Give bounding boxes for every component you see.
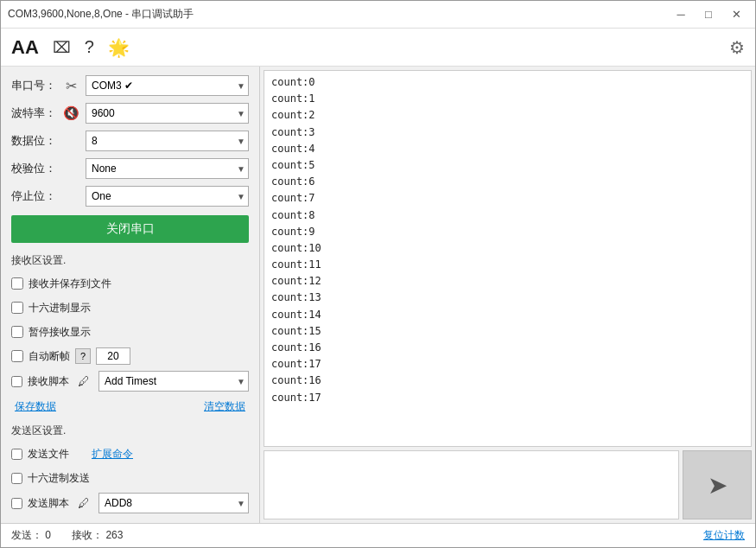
- reset-count-button[interactable]: 复位计数: [703, 528, 745, 543]
- send-file-label: 发送文件: [28, 447, 69, 462]
- left-panel: 串口号： ✂ COM3 ✔ ▼ 波特率： 🔇 9600 1200 2: [1, 67, 260, 523]
- send-button[interactable]: ➤: [683, 450, 752, 519]
- save-to-file-checkbox[interactable]: [11, 277, 23, 290]
- close-port-button[interactable]: 关闭串口: [11, 215, 249, 243]
- close-button[interactable]: ✕: [724, 6, 748, 23]
- pause-recv-row: 暂停接收显示: [11, 322, 249, 342]
- baud-select[interactable]: 9600 1200 2400 4800 19200 38400 57600 11…: [86, 103, 249, 124]
- auto-break-checkbox[interactable]: [11, 350, 23, 362]
- stopbits-select-wrapper: One Two OnePointFive ▼: [86, 186, 249, 207]
- port-select[interactable]: COM3 ✔: [86, 75, 249, 96]
- hex-send-label: 十六进制发送: [28, 471, 90, 486]
- stopbits-select[interactable]: One Two OnePointFive: [86, 186, 249, 207]
- send-script-row: 发送脚本 🖊 ADD8 None ▼: [11, 492, 249, 514]
- log-area[interactable]: count:0count:1count:2count:3count:4count…: [264, 70, 752, 447]
- crop-icon[interactable]: ⌧: [53, 38, 71, 57]
- send-arrow-icon: ➤: [708, 471, 727, 500]
- help-icon[interactable]: ?: [85, 37, 94, 57]
- main-window: COM3,9600,None,8,One - 串口调试助手 ─ □ ✕ AA ⌧…: [0, 0, 756, 548]
- save-to-file-label: 接收并保存到文件: [29, 277, 111, 291]
- send-file-checkbox[interactable]: [11, 449, 22, 460]
- maximize-button[interactable]: □: [696, 6, 721, 23]
- send-settings-title: 发送区设置.: [11, 424, 249, 438]
- titlebar-controls: ─ □ ✕: [669, 6, 748, 23]
- scissors-icon[interactable]: ✂: [61, 78, 80, 94]
- auto-break-input[interactable]: [96, 347, 130, 365]
- send-textarea[interactable]: [264, 450, 679, 519]
- smiley-icon[interactable]: 🌟: [108, 37, 130, 58]
- statusbar: 发送： 0 接收： 263 复位计数: [1, 523, 755, 547]
- recv-script-select[interactable]: Add Timest None: [98, 371, 249, 392]
- auto-break-help-button[interactable]: ?: [75, 348, 91, 364]
- recv-script-checkbox[interactable]: [11, 376, 22, 387]
- databits-label: 数据位：: [11, 133, 56, 149]
- stopbits-label: 停止位：: [11, 188, 56, 204]
- hex-send-checkbox[interactable]: [11, 473, 22, 484]
- baud-label: 波特率：: [11, 105, 56, 121]
- send-file-row: 发送文件 扩展命令: [11, 443, 249, 464]
- databits-row: 数据位： 8 5 6 7 ▼: [11, 129, 249, 153]
- recv-script-select-wrapper: Add Timest None ▼: [98, 371, 249, 392]
- send-script-label: 发送脚本: [28, 496, 69, 511]
- recv-count-value: 263: [105, 529, 123, 541]
- extend-cmd-button[interactable]: 扩展命令: [92, 447, 133, 462]
- auto-break-row: 自动断帧 ?: [11, 346, 249, 366]
- recv-count-label: 接收： 263: [72, 528, 123, 543]
- main-content: 串口号： ✂ COM3 ✔ ▼ 波特率： 🔇 9600 1200 2: [1, 67, 755, 523]
- save-to-file-row: 接收并保存到文件: [11, 273, 249, 294]
- databits-select[interactable]: 8 5 6 7: [86, 131, 249, 151]
- toolbar-left: AA ⌧ ? 🌟: [11, 36, 130, 59]
- baud-select-wrapper: 9600 1200 2400 4800 19200 38400 57600 11…: [86, 103, 249, 124]
- send-count-value: 0: [45, 529, 51, 541]
- parity-label: 校验位：: [11, 161, 56, 176]
- hex-display-label: 十六进制显示: [29, 301, 91, 315]
- titlebar: COM3,9600,None,8,One - 串口调试助手 ─ □ ✕: [1, 1, 755, 29]
- recv-script-icon: 🖊: [74, 374, 93, 388]
- parity-select-wrapper: None Odd Even Mark Space ▼: [86, 158, 249, 179]
- baud-row: 波特率： 🔇 9600 1200 2400 4800 19200 38400 5…: [11, 101, 249, 125]
- data-link-row: 保存数据 清空数据: [11, 396, 249, 417]
- send-script-select[interactable]: ADD8 None: [98, 493, 249, 513]
- send-script-icon: 🖊: [74, 496, 93, 510]
- minimize-button[interactable]: ─: [669, 6, 693, 23]
- hex-send-row: 十六进制发送: [11, 468, 249, 488]
- window-title: COM3,9600,None,8,One - 串口调试助手: [8, 7, 194, 22]
- stopbits-row: 停止位： One Two OnePointFive ▼: [11, 184, 249, 208]
- send-count-label: 发送： 0: [11, 528, 51, 543]
- hex-display-checkbox[interactable]: [11, 302, 23, 314]
- settings-icon[interactable]: ⚙: [729, 37, 745, 58]
- parity-select[interactable]: None Odd Even Mark Space: [86, 158, 249, 179]
- right-panel: count:0count:1count:2count:3count:4count…: [260, 67, 755, 523]
- port-label: 串口号：: [11, 78, 56, 93]
- recv-script-row: 接收脚本 🖊 Add Timest None ▼: [11, 370, 249, 392]
- auto-break-label: 自动断帧: [29, 349, 70, 364]
- hex-display-row: 十六进制显示: [11, 297, 249, 318]
- font-size-icon[interactable]: AA: [11, 36, 39, 59]
- send-script-select-wrapper: ADD8 None ▼: [98, 493, 249, 513]
- parity-row: 校验位： None Odd Even Mark Space ▼: [11, 156, 249, 181]
- send-script-checkbox[interactable]: [11, 498, 22, 509]
- recv-settings-title: 接收区设置.: [11, 253, 249, 268]
- clear-data-button[interactable]: 清空数据: [204, 399, 245, 414]
- statusbar-left: 发送： 0 接收： 263: [11, 528, 123, 543]
- pause-recv-label: 暂停接收显示: [29, 325, 91, 340]
- port-row: 串口号： ✂ COM3 ✔ ▼: [11, 73, 249, 98]
- save-data-button[interactable]: 保存数据: [15, 399, 56, 414]
- send-area: ➤: [264, 450, 752, 519]
- baud-icon: 🔇: [61, 105, 80, 121]
- recv-script-label: 接收脚本: [28, 374, 69, 389]
- databits-select-wrapper: 8 5 6 7 ▼: [86, 131, 249, 151]
- toolbar: AA ⌧ ? 🌟 ⚙: [1, 29, 755, 67]
- port-select-wrapper: COM3 ✔ ▼: [86, 75, 249, 96]
- pause-recv-checkbox[interactable]: [11, 326, 23, 338]
